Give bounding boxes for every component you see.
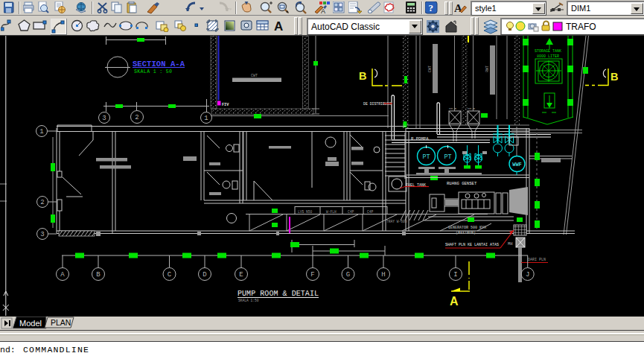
svg-text:LVS N50: LVS N50 <box>298 210 313 214</box>
svg-text:STORAGE TANK: STORAGE TANK <box>535 49 561 54</box>
svg-text:A: A <box>450 295 459 308</box>
svg-text:CWT: CWT <box>251 74 258 78</box>
svg-text:CWT: CWT <box>428 66 433 72</box>
svg-text:FUEL TANK: FUEL TANK <box>406 183 426 188</box>
svg-text:A: A <box>274 19 283 32</box>
svg-text:C4P: C4P <box>348 210 354 214</box>
svg-text:PT: PT <box>444 153 451 161</box>
svg-text:2: 2 <box>135 114 138 121</box>
svg-text:B: B <box>359 70 366 82</box>
svg-text:B: B <box>96 271 101 279</box>
svg-text:R.POMPA: R.POMPA <box>411 136 429 142</box>
svg-text:J: J <box>526 271 529 279</box>
svg-text:3: 3 <box>102 115 106 122</box>
svg-text:WWF: WWF <box>512 162 522 168</box>
svg-text:F: F <box>310 271 314 279</box>
svg-text:1: 1 <box>204 115 208 122</box>
svg-text:3: 3 <box>40 231 44 238</box>
svg-text:B: B <box>610 71 618 83</box>
svg-text:C4P: C4P <box>367 210 374 214</box>
svg-text:PT: PT <box>422 153 430 161</box>
svg-text:H: H <box>381 271 385 279</box>
svg-text:RUANG GENSET: RUANG GENSET <box>447 181 477 186</box>
svg-text:GENERATOR 500 KVA: GENERATOR 500 KVA <box>448 226 486 230</box>
svg-text:C: C <box>168 271 172 279</box>
svg-text:1: 1 <box>39 128 43 136</box>
svg-text:MH-B: MH-B <box>468 107 476 110</box>
svg-text:FIV: FIV <box>222 103 229 107</box>
svg-text:I: I <box>453 271 457 279</box>
svg-text:SHAFT PLN KE LANTAI ATAS: SHAFT PLN KE LANTAI ATAS <box>445 243 499 247</box>
svg-text:TRAY W-600: TRAY W-600 <box>386 220 407 223</box>
svg-text:SKALA 1 : 50: SKALA 1 : 50 <box>134 69 172 74</box>
svg-text:G: G <box>346 271 350 279</box>
svg-text:PUMP ROOM & DETAIL: PUMP ROOM & DETAIL <box>237 290 319 298</box>
svg-text:SECTION A-A: SECTION A-A <box>133 60 185 69</box>
svg-text:Model: Model <box>19 319 42 328</box>
svg-text:2: 2 <box>40 199 44 206</box>
svg-text:SKALA 1:50: SKALA 1:50 <box>238 299 259 302</box>
svg-text:MH-B: MH-B <box>449 107 457 110</box>
svg-text:8000 LITER: 8000 LITER <box>537 54 559 59</box>
svg-text:MH: MH <box>508 241 513 247</box>
svg-text:E: E <box>239 271 243 279</box>
svg-text:(MAXIMUM): (MAXIMUM) <box>456 231 476 235</box>
svg-text:PLAN: PLAN <box>51 318 71 327</box>
svg-text:D: D <box>203 271 206 279</box>
svg-text:W-FLH: W-FLH <box>326 210 337 214</box>
svg-text:A: A <box>60 271 65 279</box>
svg-text:RWT: RWT <box>485 66 490 72</box>
svg-text:A: A <box>321 7 325 14</box>
svg-text:?: ? <box>429 2 434 13</box>
svg-text:DARI PLN: DARI PLN <box>528 258 546 262</box>
